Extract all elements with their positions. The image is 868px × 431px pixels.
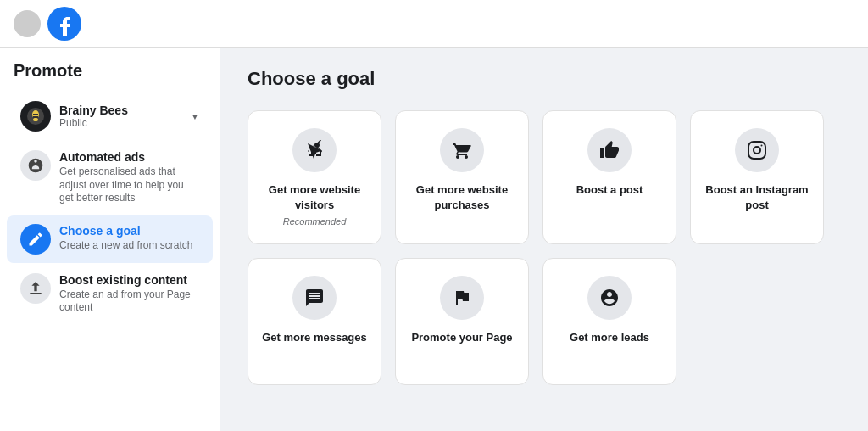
sidebar-item-choose-goal[interactable]: Choose a goal Create a new ad from scrat…	[7, 216, 213, 263]
user-avatar	[14, 10, 41, 37]
boost-instagram-label: Boost an Instagram post	[704, 182, 810, 213]
main-layout: Promote Brainy Bees Public ▼	[0, 48, 868, 431]
boost-instagram-icon	[735, 128, 779, 172]
choose-goal-icon	[20, 224, 51, 255]
topbar	[0, 0, 868, 48]
website-purchases-label: Get more website purchases	[409, 182, 515, 213]
svg-point-5	[33, 118, 38, 121]
promote-page-icon	[440, 276, 484, 320]
page-title: Choose a goal	[248, 68, 841, 90]
website-visitors-icon	[292, 128, 337, 172]
goal-card-website-visitors[interactable]: Get more website visitors Recommended	[248, 110, 381, 244]
website-visitors-label: Get more website visitors	[262, 182, 367, 213]
svg-rect-3	[33, 114, 38, 115]
boost-existing-icon	[20, 273, 51, 304]
goal-card-website-purchases[interactable]: Get more website purchases	[395, 110, 529, 244]
svg-rect-4	[33, 116, 38, 118]
website-visitors-recommended: Recommended	[283, 216, 347, 227]
page-name: Brainy Bees	[59, 104, 187, 117]
automated-ads-desc: Get personalised ads that adjust over ti…	[59, 165, 199, 205]
goal-card-boost-post[interactable]: Boost a post	[542, 110, 676, 244]
automated-ads-text: Automated ads Get personalised ads that …	[59, 150, 199, 205]
sidebar-item-automated-ads[interactable]: Automated ads Get personalised ads that …	[7, 142, 213, 214]
page-info: Brainy Bees Public	[59, 104, 187, 129]
page-dropdown-arrow: ▼	[191, 112, 199, 121]
choose-goal-label: Choose a goal	[59, 224, 192, 238]
automated-ads-label: Automated ads	[59, 150, 199, 164]
goal-card-more-messages[interactable]: Get more messages	[248, 258, 381, 385]
goal-grid-row1: Get more website visitors Recommended Ge…	[248, 110, 824, 244]
choose-goal-desc: Create a new ad from scratch	[59, 239, 192, 253]
goal-card-boost-instagram[interactable]: Boost an Instagram post	[690, 110, 824, 244]
svg-rect-7	[748, 142, 765, 159]
more-messages-icon	[292, 276, 337, 320]
more-leads-icon	[587, 276, 632, 320]
sidebar-item-boost-existing[interactable]: Boost existing content Create an ad from…	[7, 265, 213, 323]
promote-page-label: Promote your Page	[411, 330, 512, 345]
page-type: Public	[59, 117, 187, 129]
choose-goal-text: Choose a goal Create a new ad from scrat…	[59, 224, 192, 253]
boost-post-label: Boost a post	[576, 182, 643, 198]
boost-existing-text: Boost existing content Create an ad from…	[59, 273, 199, 315]
svg-point-9	[761, 145, 763, 147]
page-selector[interactable]: Brainy Bees Public ▼	[7, 94, 213, 138]
goal-card-promote-page[interactable]: Promote your Page	[395, 258, 529, 385]
boost-existing-desc: Create an ad from your Page content	[59, 288, 199, 315]
goal-card-more-leads[interactable]: Get more leads	[542, 258, 676, 385]
more-messages-label: Get more messages	[262, 330, 367, 345]
sidebar: Promote Brainy Bees Public ▼	[0, 48, 220, 431]
boost-post-icon	[587, 128, 632, 172]
content-area: Choose a goal Get more website visitors	[220, 48, 868, 431]
sidebar-title: Promote	[0, 61, 220, 94]
page-icon	[20, 101, 51, 132]
svg-point-8	[754, 147, 760, 154]
facebook-logo	[47, 7, 81, 41]
website-purchases-icon	[440, 128, 484, 172]
goal-grid-row2: Get more messages Promote your Page	[248, 258, 824, 385]
automated-ads-icon	[20, 150, 51, 181]
more-leads-label: Get more leads	[570, 330, 649, 345]
boost-existing-label: Boost existing content	[59, 273, 199, 287]
